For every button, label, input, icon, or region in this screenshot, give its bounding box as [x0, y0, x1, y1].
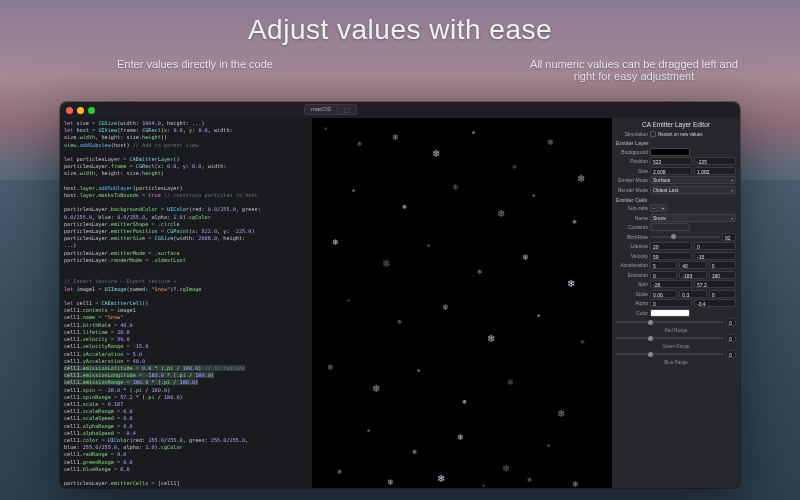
- inspector-title: CA Emitter Layer Editor: [616, 121, 736, 128]
- snowflake-icon: ❄: [452, 183, 459, 192]
- snowflake-icon: ❄: [324, 126, 327, 131]
- snowflake-icon: ❄: [457, 433, 464, 442]
- lbl-green-range: Green Range: [616, 344, 736, 349]
- snowflake-icon: ❄: [347, 298, 350, 303]
- snowflake-icon: ❄: [427, 243, 430, 248]
- simulation-label: Simulation: [616, 131, 648, 137]
- snowflake-icon: ❄: [537, 313, 540, 318]
- fld-acc-y[interactable]: 40: [679, 261, 706, 269]
- fld-spin[interactable]: -28: [650, 280, 692, 288]
- contents-swatch[interactable]: [650, 223, 690, 231]
- hero-title: Adjust values with ease: [0, 14, 800, 46]
- snowflake-icon: ❄: [507, 378, 514, 387]
- snowflake-icon: ❄: [487, 333, 495, 344]
- subtitle-left: Enter values directly in the code: [115, 58, 275, 70]
- fld-green[interactable]: 0: [726, 334, 736, 342]
- inspector-panel: CA Emitter Layer Editor Simulation Resta…: [612, 118, 740, 488]
- lbl-name: Name: [616, 215, 648, 221]
- snowflake-icon: ❄: [527, 476, 532, 483]
- restart-label: Restart on new values: [658, 132, 703, 137]
- minimize-icon[interactable]: [77, 107, 84, 114]
- snowflake-icon: ❄: [387, 478, 394, 487]
- snowflake-icon: ❄: [532, 193, 535, 198]
- fld-velocity[interactable]: 59: [650, 252, 692, 260]
- section-emitter-cells: Emitter Cells: [616, 197, 736, 203]
- lbl-color: Color: [616, 310, 648, 316]
- titlebar: macOS ⬚: [60, 102, 740, 118]
- color-swatch[interactable]: [650, 309, 690, 317]
- snowflake-icon: ❄: [397, 318, 402, 325]
- lbl-emission: Emission: [616, 272, 648, 278]
- fld-alpha-r[interactable]: 0: [650, 299, 692, 307]
- close-icon[interactable]: [66, 107, 73, 114]
- fld-acc-x[interactable]: 5: [650, 261, 677, 269]
- seg-macos[interactable]: macOS: [304, 104, 338, 115]
- snowflake-icon: ❄: [502, 463, 510, 474]
- lbl-position: Position: [616, 158, 648, 164]
- fld-alpha-s[interactable]: -0.4: [694, 299, 736, 307]
- subtitle-right: All numeric values can be dragged left a…: [524, 58, 744, 82]
- snowflake-icon: ❄: [392, 133, 399, 142]
- lbl-birthrate: BirthRate: [616, 234, 648, 240]
- fld-em-r[interactable]: 180: [709, 271, 736, 279]
- fld-blue[interactable]: 0: [726, 350, 736, 358]
- drop-render-mode[interactable]: Oldest Last: [650, 186, 736, 194]
- snowflake-icon: ❄: [352, 188, 355, 193]
- lbl-contents: Contents: [616, 224, 648, 230]
- restart-checkbox[interactable]: [650, 131, 656, 137]
- fld-red[interactable]: 0: [726, 318, 736, 326]
- fld-velocity-r[interactable]: -15: [694, 252, 736, 260]
- lbl-size: Size: [616, 168, 648, 174]
- fld-pos-y[interactable]: -225: [694, 157, 736, 165]
- platform-segment[interactable]: macOS ⬚: [304, 104, 357, 115]
- lbl-red-range: Red Range: [616, 328, 736, 333]
- snowflake-icon: ❄: [437, 473, 445, 484]
- background-swatch[interactable]: [650, 148, 690, 156]
- section-emitter-layer: Emitter Layer: [616, 140, 736, 146]
- zoom-icon[interactable]: [88, 107, 95, 114]
- drop-name[interactable]: Snow: [650, 214, 736, 222]
- code-editor[interactable]: let size = CGSize(width: 1064.0, height:…: [60, 118, 312, 488]
- fld-em-lat[interactable]: 0: [650, 271, 677, 279]
- snowflake-icon: ❄: [572, 480, 579, 488]
- snowflake-icon: ❄: [482, 483, 485, 488]
- snowflake-icon: ❄: [577, 173, 585, 184]
- app-window: macOS ⬚ let size = CGSize(width: 1064.0,…: [60, 102, 740, 488]
- fld-birthrate[interactable]: 92: [722, 233, 736, 241]
- snowflake-icon: ❄: [462, 398, 467, 405]
- lbl-blue-range: Blue Range: [616, 360, 736, 365]
- fld-lifetime[interactable]: 20: [650, 242, 692, 250]
- snowflake-icon: ❄: [472, 130, 475, 135]
- fld-size-h[interactable]: 1,082: [694, 167, 736, 175]
- snowflake-icon: ❄: [442, 303, 449, 312]
- fld-scale[interactable]: 0.06: [650, 290, 677, 298]
- fld-pos-x[interactable]: 522: [650, 157, 692, 165]
- fld-size-w[interactable]: 2,608: [650, 167, 692, 175]
- snowflake-icon: ❄: [477, 268, 482, 275]
- snowflake-icon: ❄: [522, 253, 529, 262]
- lbl-lifetime: Lifetime: [616, 243, 648, 249]
- drop-emitter-mode[interactable]: Surface: [650, 176, 736, 184]
- subcells-pm[interactable]: −+: [650, 204, 667, 212]
- lbl-scale: Scale: [616, 291, 648, 297]
- fld-scale-r[interactable]: 0.3: [679, 290, 706, 298]
- snowflake-icon: ❄: [417, 368, 420, 373]
- snowflake-icon: ❄: [432, 148, 440, 159]
- slider-birthrate[interactable]: [650, 236, 720, 238]
- snowflake-icon: ❄: [567, 278, 575, 289]
- snowflake-icon: ❄: [572, 218, 577, 225]
- fld-em-lon[interactable]: -183: [679, 271, 706, 279]
- slider-red[interactable]: [616, 321, 724, 323]
- fld-scale-s[interactable]: 0: [709, 290, 736, 298]
- snowflake-icon: ❄: [547, 443, 550, 448]
- snowflake-icon: ❄: [337, 468, 342, 475]
- fld-acc-z[interactable]: 0: [709, 261, 736, 269]
- slider-blue[interactable]: [616, 353, 724, 355]
- fld-lifetime-r[interactable]: 0: [694, 242, 736, 250]
- slider-green[interactable]: [616, 337, 724, 339]
- snowflake-icon: ❄: [367, 428, 370, 433]
- snowflake-icon: ❄: [512, 163, 517, 170]
- snowflake-icon: ❄: [557, 408, 565, 419]
- seg-other[interactable]: ⬚: [338, 104, 357, 115]
- fld-spin-r[interactable]: 57.2: [694, 280, 736, 288]
